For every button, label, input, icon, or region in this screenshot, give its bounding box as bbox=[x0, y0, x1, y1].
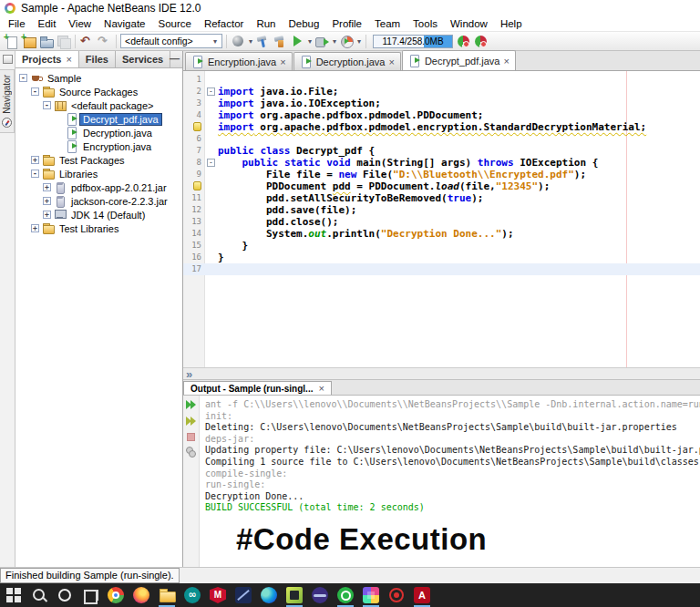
dev-app-icon[interactable] bbox=[235, 587, 252, 603]
minimize-panel-button[interactable] bbox=[170, 53, 180, 64]
expand-icon[interactable]: + bbox=[43, 211, 51, 219]
menu-item-debug[interactable]: Debug bbox=[282, 18, 325, 29]
image-app-icon[interactable] bbox=[286, 587, 303, 603]
acrobat-icon[interactable] bbox=[414, 587, 430, 603]
config-select[interactable]: <default config> ▾ bbox=[120, 34, 222, 48]
tree-item[interactable]: -Sample bbox=[15, 71, 182, 85]
new-project-icon[interactable] bbox=[21, 34, 36, 49]
tree-item[interactable]: +pdfbox-app-2.0.21.jar bbox=[15, 180, 182, 194]
profiler-1-icon[interactable] bbox=[456, 34, 471, 49]
eclipse-icon[interactable] bbox=[312, 587, 328, 603]
menu-item-file[interactable]: File bbox=[2, 18, 32, 29]
menu-item-view[interactable]: View bbox=[62, 18, 98, 29]
save-all-icon[interactable] bbox=[56, 34, 71, 49]
close-icon[interactable]: × bbox=[280, 57, 285, 67]
output-tab[interactable]: Output - Sample (run-singl... × bbox=[183, 381, 332, 395]
tree-item[interactable]: Decrypt_pdf.java bbox=[15, 112, 182, 126]
firefox-icon[interactable] bbox=[133, 587, 149, 603]
panel-tab-projects[interactable]: Projects× bbox=[15, 51, 79, 67]
run-icon[interactable] bbox=[290, 34, 305, 49]
tree-item[interactable]: -<default package> bbox=[15, 98, 182, 112]
menu-item-profile[interactable]: Profile bbox=[325, 18, 368, 29]
globe-icon[interactable] bbox=[231, 34, 246, 49]
editor-tab[interactable]: Encryption.java× bbox=[185, 52, 293, 70]
close-icon[interactable]: × bbox=[318, 384, 324, 393]
debug-icon[interactable] bbox=[314, 34, 330, 49]
stop-icon[interactable] bbox=[187, 433, 195, 441]
tree-item[interactable]: Decryption.java bbox=[15, 126, 182, 139]
chevron-down-icon[interactable]: ▾ bbox=[307, 37, 313, 46]
close-icon[interactable]: × bbox=[66, 55, 71, 64]
rerun-icon[interactable] bbox=[186, 399, 197, 410]
tree-item[interactable]: -Source Packages bbox=[15, 85, 182, 98]
windows-start-icon[interactable] bbox=[5, 587, 22, 603]
menu-item-navigate[interactable]: Navigate bbox=[98, 18, 151, 29]
menu-item-window[interactable]: Window bbox=[444, 18, 494, 29]
undo-icon[interactable] bbox=[79, 34, 95, 49]
cortana-icon[interactable] bbox=[57, 587, 73, 603]
mcafee-icon[interactable] bbox=[210, 587, 226, 603]
tree-item[interactable]: +Test Libraries bbox=[15, 221, 182, 235]
close-icon[interactable]: × bbox=[388, 57, 394, 67]
expand-icon[interactable]: + bbox=[43, 197, 51, 205]
expand-chevron-icon[interactable]: » bbox=[183, 369, 192, 379]
collapse-icon[interactable]: - bbox=[43, 101, 51, 109]
tree-item[interactable]: Encryption.java bbox=[15, 139, 182, 153]
menu-item-refactor[interactable]: Refactor bbox=[198, 18, 250, 29]
search-icon[interactable] bbox=[31, 587, 47, 603]
panel-tab-files[interactable]: Files bbox=[79, 51, 116, 67]
build-icon[interactable] bbox=[255, 34, 271, 49]
file-explorer-icon[interactable] bbox=[159, 587, 175, 603]
expand-icon[interactable]: + bbox=[31, 224, 39, 232]
whatsapp-icon[interactable] bbox=[337, 587, 354, 603]
rerun-alt-icon[interactable] bbox=[186, 416, 197, 427]
menu-item-edit[interactable]: Edit bbox=[32, 18, 63, 29]
editor-tab[interactable]: Decrypt_pdf.java× bbox=[402, 50, 516, 70]
clean-build-icon[interactable] bbox=[273, 34, 288, 49]
chrome-icon[interactable] bbox=[108, 587, 124, 603]
ant-settings-icon[interactable] bbox=[186, 447, 197, 458]
cube-3d-icon[interactable] bbox=[363, 587, 379, 603]
menu-item-source[interactable]: Source bbox=[151, 18, 197, 29]
tree-item[interactable]: +JDK 14 (Default) bbox=[15, 208, 182, 221]
expand-icon[interactable]: + bbox=[43, 183, 51, 191]
fold-collapse-icon[interactable]: - bbox=[207, 159, 215, 167]
dock-window-icon[interactable] bbox=[3, 55, 13, 64]
toolbar-separator bbox=[226, 35, 227, 48]
folder-icon bbox=[42, 222, 55, 234]
close-icon[interactable]: × bbox=[503, 57, 509, 66]
collapse-icon[interactable]: - bbox=[31, 87, 39, 96]
netbeans-logo-icon bbox=[5, 3, 15, 14]
chevron-down-icon[interactable]: ▾ bbox=[356, 37, 362, 46]
menu-item-tools[interactable]: Tools bbox=[407, 18, 444, 29]
tree-item[interactable]: +Test Packages bbox=[15, 153, 182, 167]
chevron-down-icon[interactable]: ▾ bbox=[332, 37, 337, 46]
redo-icon[interactable] bbox=[97, 34, 112, 49]
editor-tab[interactable]: Decryption.java× bbox=[293, 52, 401, 70]
chevron-down-icon[interactable]: ▾ bbox=[248, 37, 253, 46]
expand-icon[interactable]: + bbox=[31, 156, 39, 164]
menu-item-help[interactable]: Help bbox=[494, 18, 529, 29]
menu-item-team[interactable]: Team bbox=[368, 18, 407, 29]
tree-item[interactable]: -Libraries bbox=[15, 167, 182, 180]
profile-icon[interactable] bbox=[339, 34, 355, 49]
fold-column bbox=[205, 216, 218, 228]
output-console[interactable]: ant -f C:\\Users\\lenovo\\Documents\\Net… bbox=[183, 396, 700, 567]
fold-collapse-icon[interactable]: - bbox=[207, 87, 215, 96]
open-project-icon[interactable] bbox=[38, 34, 54, 49]
collapse-icon[interactable]: - bbox=[31, 170, 39, 178]
memory-indicator[interactable]: 117.4/258.0MB bbox=[373, 35, 453, 48]
edge-icon[interactable] bbox=[261, 587, 277, 603]
screen-recorder-icon[interactable] bbox=[388, 587, 405, 603]
navigator-vertical-tab[interactable]: Navigator bbox=[0, 69, 15, 133]
tree-item[interactable]: +jackson-core-2.2.3.jar bbox=[15, 194, 182, 208]
menu-item-run[interactable]: Run bbox=[250, 18, 282, 29]
code-editor[interactable]: 12-import java.io.File;3import java.io.I… bbox=[183, 71, 700, 367]
panel-tab-services[interactable]: Services bbox=[116, 51, 170, 67]
infinity-app-icon[interactable] bbox=[184, 587, 201, 603]
task-view-icon[interactable] bbox=[82, 587, 98, 603]
new-file-icon[interactable] bbox=[4, 34, 19, 49]
collapse-icon[interactable]: - bbox=[19, 74, 27, 82]
profiler-2-icon[interactable] bbox=[473, 34, 489, 49]
code-text: PDDocument pdd = PDDocument.load(file,"1… bbox=[218, 180, 550, 192]
